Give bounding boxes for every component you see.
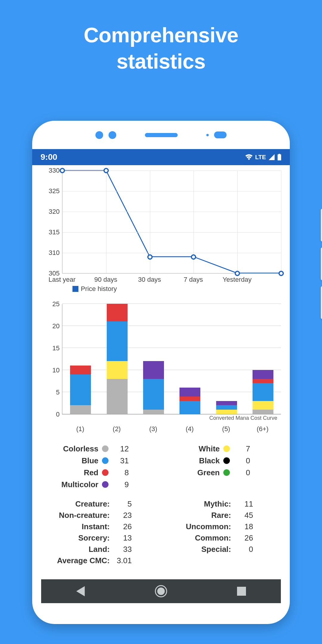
stat-label: Special: (165, 545, 234, 554)
bar-column (143, 361, 164, 414)
bar-column (179, 388, 200, 414)
stat-value: 33 (113, 545, 140, 554)
price-line-path (62, 171, 281, 273)
stat-value: 13 (113, 533, 140, 543)
bar-segment (216, 410, 237, 414)
color-value: 0 (231, 468, 258, 477)
bar-segment (179, 388, 200, 397)
y-tick-label: 25 (38, 300, 60, 308)
back-button[interactable] (76, 586, 85, 596)
x-tick-label: Last year (49, 276, 76, 284)
stat-label: Instant: (44, 522, 113, 531)
y-tick-label: 330 (38, 167, 60, 174)
x-tick-label: (3) (149, 425, 157, 433)
stat-label: Non-creature: (44, 511, 113, 520)
battery-icon (277, 154, 281, 160)
camera-pill-icon (214, 131, 227, 138)
status-right: LTE (245, 154, 281, 161)
network-label: LTE (255, 154, 266, 161)
y-tick-label: 310 (38, 249, 60, 257)
bar-segment (253, 383, 273, 401)
color-swatch-icon (102, 481, 109, 488)
color-value: 31 (110, 456, 137, 465)
data-point (103, 168, 109, 173)
android-nav-bar (41, 579, 281, 603)
color-value: 8 (110, 468, 137, 477)
color-total-row: Green0 (165, 467, 278, 479)
bar-column (107, 304, 128, 414)
y-tick-label: 0 (38, 411, 60, 418)
stat-label: Land: (44, 545, 113, 554)
color-label: Blue (44, 456, 101, 465)
data-point (191, 254, 196, 260)
bar-column (216, 401, 237, 414)
color-value: 7 (231, 444, 258, 453)
color-label: Green (165, 468, 222, 477)
recents-button[interactable] (237, 587, 246, 596)
y-tick-label: 20 (38, 322, 60, 330)
color-total-row: Blue31 (44, 455, 157, 467)
bar-chart-title: Converted Mana Cost Curve (209, 415, 277, 421)
x-tick-label: 90 days (94, 276, 117, 284)
bar-segment (253, 370, 273, 379)
bar-column (253, 370, 273, 414)
stat-value: 0 (234, 545, 261, 554)
data-point (60, 168, 65, 173)
stat-label: Sorcery: (44, 533, 113, 543)
bar-segment (253, 401, 273, 410)
x-tick-label: (4) (186, 425, 194, 433)
promo-line1: Comprehensive (0, 22, 322, 49)
bar-segment (253, 379, 273, 383)
bar-segment (179, 397, 200, 401)
stat-row: Mythic:11 (165, 498, 278, 510)
color-label: White (165, 444, 222, 453)
color-total-row: Multicolor9 (44, 479, 157, 490)
stat-label: Rare: (165, 511, 234, 520)
svg-point-1 (157, 587, 165, 595)
x-tick-label: 30 days (138, 276, 161, 284)
stat-label: Uncommon: (165, 522, 234, 531)
line-plot-area (62, 171, 281, 273)
stat-value: 45 (234, 511, 261, 520)
bar-segment (70, 366, 91, 374)
bar-segment (107, 361, 128, 379)
bar-segment (70, 405, 91, 414)
type-stats-right: Mythic:11Rare:45Uncommon:18Common:26Spec… (165, 498, 278, 566)
color-label: Black (165, 456, 222, 465)
stat-label: Average CMC: (44, 556, 113, 565)
sensor-dot-icon (95, 131, 103, 139)
color-value: 12 (110, 444, 137, 453)
phone-side-button (321, 209, 322, 242)
stat-value: 3.01 (113, 556, 140, 565)
color-label: Red (44, 468, 101, 477)
data-point (147, 254, 153, 260)
stat-row: Non-creature:23 (44, 510, 157, 521)
data-point (278, 271, 284, 276)
mana-curve-chart: Converted Mana Cost Curve 0510152025(1)(… (38, 303, 284, 440)
bar-segment (143, 410, 164, 414)
y-tick-label: 15 (38, 344, 60, 352)
speaker-icon (145, 133, 178, 137)
line-legend-label: Price history (81, 285, 117, 293)
data-point (235, 271, 240, 276)
stat-value: 26 (234, 533, 261, 543)
color-swatch-icon (102, 469, 109, 476)
color-total-row: Colorless12 (44, 443, 157, 455)
phone-frame: 9:00 LTE Price history 30531031532032533… (32, 121, 290, 624)
phone-speaker-row (32, 121, 290, 149)
svg-rect-2 (237, 587, 246, 596)
color-total-row: Black0 (165, 455, 278, 467)
signal-icon (268, 154, 275, 160)
color-value: 0 (231, 456, 258, 465)
bar-segment (143, 379, 164, 410)
bar-plot-area: Converted Mana Cost Curve (62, 304, 281, 414)
home-button[interactable] (155, 585, 167, 597)
stat-value: 11 (234, 499, 261, 509)
status-time: 9:00 (41, 152, 57, 162)
color-totals-left: Colorless12Blue31Red8Multicolor9 (44, 443, 157, 490)
stat-row: Uncommon:18 (165, 521, 278, 532)
promo-line2: statistics (0, 49, 322, 75)
bar-segment (216, 405, 237, 410)
color-swatch-icon (102, 445, 109, 452)
x-tick-label: Yesterday (223, 276, 252, 284)
